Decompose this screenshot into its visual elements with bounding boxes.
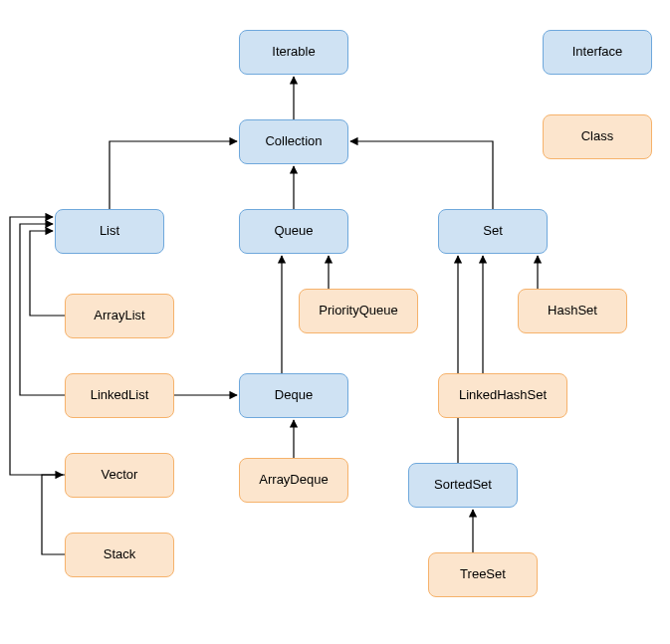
node-arraylist: ArrayList — [65, 294, 174, 338]
node-label: SortedSet — [434, 478, 492, 492]
node-list: List — [55, 209, 164, 254]
node-label: List — [100, 224, 119, 238]
edge-set-collection — [350, 141, 493, 209]
node-hashset: HashSet — [518, 289, 627, 333]
node-label: LinkedList — [91, 388, 149, 402]
node-collection: Collection — [239, 119, 348, 164]
legend-interface: Interface — [543, 30, 652, 75]
node-label: ArrayList — [94, 309, 144, 322]
node-label: TreeSet — [460, 567, 506, 581]
node-linkedhashset: LinkedHashSet — [438, 373, 567, 418]
node-set: Set — [438, 209, 548, 254]
node-label: Vector — [102, 468, 138, 482]
node-label: ArrayDeque — [259, 473, 328, 487]
legend-label: Class — [581, 129, 614, 143]
node-iterable: Iterable — [239, 30, 348, 75]
edge-stack-vector — [42, 475, 65, 554]
node-sortedset: SortedSet — [408, 463, 518, 508]
node-label: LinkedHashSet — [459, 388, 547, 402]
node-label: Stack — [104, 547, 136, 561]
edge-list-collection — [110, 141, 237, 209]
node-arraydeque: ArrayDeque — [239, 458, 348, 503]
node-treeset: TreeSet — [428, 552, 538, 597]
node-label: PriorityQueue — [319, 304, 397, 318]
node-linkedlist: LinkedList — [65, 373, 174, 418]
legend-class: Class — [543, 114, 652, 159]
node-deque: Deque — [239, 373, 348, 418]
node-label: Iterable — [272, 45, 315, 59]
node-label: HashSet — [548, 304, 597, 318]
node-label: Set — [483, 224, 503, 238]
node-stack: Stack — [65, 533, 174, 577]
node-queue: Queue — [239, 209, 348, 254]
node-label: Deque — [275, 388, 313, 402]
node-label: Queue — [274, 224, 313, 238]
legend-label: Interface — [572, 45, 623, 59]
edge-vector-list — [10, 217, 65, 475]
node-vector: Vector — [65, 453, 174, 498]
diagram-canvas: Iterable Collection List Queue Set Array… — [0, 0, 670, 644]
node-priorityqueue: PriorityQueue — [299, 289, 418, 333]
node-label: Collection — [265, 134, 322, 148]
